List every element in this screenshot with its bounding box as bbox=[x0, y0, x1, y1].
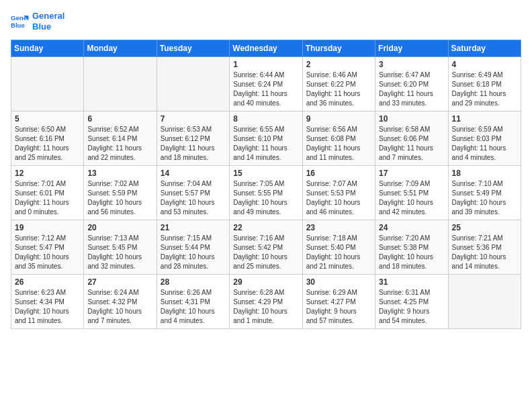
day-number: 14 bbox=[161, 169, 226, 178]
week-row-1: 1Sunrise: 6:44 AM Sunset: 6:24 PM Daylig… bbox=[11, 57, 521, 111]
day-number: 5 bbox=[15, 114, 80, 124]
day-number: 31 bbox=[379, 277, 444, 287]
calendar-cell: 9Sunrise: 6:56 AM Sunset: 6:08 PM Daylig… bbox=[302, 111, 375, 166]
day-number: 20 bbox=[87, 223, 152, 232]
logo-text2: Blue bbox=[32, 21, 64, 32]
day-info: Sunrise: 7:21 AM Sunset: 5:36 PM Dayligh… bbox=[452, 234, 517, 271]
day-number: 6 bbox=[87, 114, 152, 124]
day-number: 25 bbox=[452, 223, 517, 232]
day-number: 13 bbox=[87, 169, 152, 178]
day-number: 27 bbox=[87, 277, 152, 287]
day-info: Sunrise: 6:24 AM Sunset: 4:32 PM Dayligh… bbox=[87, 288, 152, 326]
calendar-cell: 6Sunrise: 6:52 AM Sunset: 6:14 PM Daylig… bbox=[84, 111, 157, 166]
calendar-cell: 27Sunrise: 6:24 AM Sunset: 4:32 PM Dayli… bbox=[84, 275, 157, 329]
day-info: Sunrise: 6:29 AM Sunset: 4:27 PM Dayligh… bbox=[306, 288, 371, 326]
week-row-4: 19Sunrise: 7:12 AM Sunset: 5:47 PM Dayli… bbox=[11, 220, 521, 275]
calendar-cell: 16Sunrise: 7:07 AM Sunset: 5:53 PM Dayli… bbox=[302, 166, 375, 220]
calendar-cell: 2Sunrise: 6:46 AM Sunset: 6:22 PM Daylig… bbox=[302, 57, 375, 111]
day-header-wednesday: Wednesday bbox=[230, 40, 302, 57]
calendar-cell: 30Sunrise: 6:29 AM Sunset: 4:27 PM Dayli… bbox=[302, 275, 375, 329]
calendar-cell: 3Sunrise: 6:47 AM Sunset: 6:20 PM Daylig… bbox=[375, 57, 448, 111]
week-row-2: 5Sunrise: 6:50 AM Sunset: 6:16 PM Daylig… bbox=[11, 111, 521, 166]
day-info: Sunrise: 6:59 AM Sunset: 6:03 PM Dayligh… bbox=[452, 125, 517, 163]
day-number: 22 bbox=[233, 223, 298, 232]
calendar-cell: 4Sunrise: 6:49 AM Sunset: 6:18 PM Daylig… bbox=[448, 57, 521, 111]
day-info: Sunrise: 7:04 AM Sunset: 5:57 PM Dayligh… bbox=[161, 179, 226, 217]
calendar-cell: 24Sunrise: 7:20 AM Sunset: 5:38 PM Dayli… bbox=[375, 220, 448, 275]
day-number: 29 bbox=[233, 277, 298, 287]
calendar-cell: 11Sunrise: 6:59 AM Sunset: 6:03 PM Dayli… bbox=[448, 111, 521, 166]
day-info: Sunrise: 6:28 AM Sunset: 4:29 PM Dayligh… bbox=[233, 288, 298, 326]
calendar-cell: 12Sunrise: 7:01 AM Sunset: 6:01 PM Dayli… bbox=[11, 166, 84, 220]
svg-text:Blue: Blue bbox=[11, 21, 25, 28]
day-number: 15 bbox=[233, 169, 298, 178]
calendar-cell: 14Sunrise: 7:04 AM Sunset: 5:57 PM Dayli… bbox=[157, 166, 229, 220]
day-info: Sunrise: 6:46 AM Sunset: 6:22 PM Dayligh… bbox=[306, 71, 371, 108]
logo: General Blue General Blue bbox=[11, 11, 64, 32]
day-info: Sunrise: 6:58 AM Sunset: 6:06 PM Dayligh… bbox=[379, 125, 444, 163]
day-number: 9 bbox=[306, 114, 371, 124]
day-info: Sunrise: 7:02 AM Sunset: 5:59 PM Dayligh… bbox=[87, 179, 152, 217]
day-number: 28 bbox=[161, 277, 226, 287]
calendar-cell: 15Sunrise: 7:05 AM Sunset: 5:55 PM Dayli… bbox=[230, 166, 302, 220]
calendar-cell: 8Sunrise: 6:55 AM Sunset: 6:10 PM Daylig… bbox=[230, 111, 302, 166]
day-info: Sunrise: 7:09 AM Sunset: 5:51 PM Dayligh… bbox=[379, 179, 444, 217]
calendar-cell: 17Sunrise: 7:09 AM Sunset: 5:51 PM Dayli… bbox=[375, 166, 448, 220]
calendar-cell: 25Sunrise: 7:21 AM Sunset: 5:36 PM Dayli… bbox=[448, 220, 521, 275]
logo-text: General bbox=[32, 11, 64, 21]
day-info: Sunrise: 7:18 AM Sunset: 5:40 PM Dayligh… bbox=[306, 234, 371, 271]
day-info: Sunrise: 7:07 AM Sunset: 5:53 PM Dayligh… bbox=[306, 179, 371, 217]
day-number: 8 bbox=[233, 114, 298, 124]
day-number: 17 bbox=[379, 169, 444, 178]
day-number: 19 bbox=[15, 223, 80, 232]
day-number: 11 bbox=[452, 114, 517, 124]
calendar-cell bbox=[84, 57, 157, 111]
day-number: 23 bbox=[306, 223, 371, 232]
day-header-monday: Monday bbox=[84, 40, 157, 57]
day-number: 10 bbox=[379, 114, 444, 124]
day-header-sunday: Sunday bbox=[11, 40, 84, 57]
day-number: 12 bbox=[15, 169, 80, 178]
day-number: 7 bbox=[161, 114, 226, 124]
week-row-5: 26Sunrise: 6:23 AM Sunset: 4:34 PM Dayli… bbox=[11, 275, 521, 329]
calendar-cell: 7Sunrise: 6:53 AM Sunset: 6:12 PM Daylig… bbox=[157, 111, 229, 166]
day-number: 16 bbox=[306, 169, 371, 178]
calendar-cell: 28Sunrise: 6:26 AM Sunset: 4:31 PM Dayli… bbox=[157, 275, 229, 329]
logo-icon: General Blue bbox=[11, 12, 30, 31]
day-number: 3 bbox=[379, 60, 444, 69]
day-number: 21 bbox=[161, 223, 226, 232]
day-info: Sunrise: 7:15 AM Sunset: 5:44 PM Dayligh… bbox=[161, 234, 226, 271]
day-info: Sunrise: 6:31 AM Sunset: 4:25 PM Dayligh… bbox=[379, 288, 444, 326]
calendar-cell: 22Sunrise: 7:16 AM Sunset: 5:42 PM Dayli… bbox=[230, 220, 302, 275]
calendar-cell bbox=[11, 57, 84, 111]
day-info: Sunrise: 7:16 AM Sunset: 5:42 PM Dayligh… bbox=[233, 234, 298, 271]
day-number: 26 bbox=[15, 277, 80, 287]
day-header-tuesday: Tuesday bbox=[157, 40, 229, 57]
calendar-cell: 20Sunrise: 7:13 AM Sunset: 5:45 PM Dayli… bbox=[84, 220, 157, 275]
day-info: Sunrise: 6:23 AM Sunset: 4:34 PM Dayligh… bbox=[15, 288, 80, 326]
week-row-3: 12Sunrise: 7:01 AM Sunset: 6:01 PM Dayli… bbox=[11, 166, 521, 220]
day-info: Sunrise: 6:26 AM Sunset: 4:31 PM Dayligh… bbox=[161, 288, 226, 326]
calendar-cell: 31Sunrise: 6:31 AM Sunset: 4:25 PM Dayli… bbox=[375, 275, 448, 329]
day-number: 1 bbox=[233, 60, 298, 69]
day-number: 4 bbox=[452, 60, 517, 69]
day-info: Sunrise: 7:01 AM Sunset: 6:01 PM Dayligh… bbox=[15, 179, 80, 217]
day-number: 18 bbox=[452, 169, 517, 178]
calendar-cell: 21Sunrise: 7:15 AM Sunset: 5:44 PM Dayli… bbox=[157, 220, 229, 275]
day-info: Sunrise: 7:20 AM Sunset: 5:38 PM Dayligh… bbox=[379, 234, 444, 271]
day-info: Sunrise: 6:53 AM Sunset: 6:12 PM Dayligh… bbox=[161, 125, 226, 163]
day-info: Sunrise: 6:50 AM Sunset: 6:16 PM Dayligh… bbox=[15, 125, 80, 163]
day-number: 2 bbox=[306, 60, 371, 69]
day-info: Sunrise: 6:44 AM Sunset: 6:24 PM Dayligh… bbox=[233, 71, 298, 108]
day-info: Sunrise: 6:47 AM Sunset: 6:20 PM Dayligh… bbox=[379, 71, 444, 108]
day-info: Sunrise: 6:52 AM Sunset: 6:14 PM Dayligh… bbox=[87, 125, 152, 163]
day-info: Sunrise: 6:49 AM Sunset: 6:18 PM Dayligh… bbox=[452, 71, 517, 108]
calendar-cell: 26Sunrise: 6:23 AM Sunset: 4:34 PM Dayli… bbox=[11, 275, 84, 329]
calendar-cell bbox=[157, 57, 229, 111]
calendar-cell: 18Sunrise: 7:10 AM Sunset: 5:49 PM Dayli… bbox=[448, 166, 521, 220]
calendar-cell: 10Sunrise: 6:58 AM Sunset: 6:06 PM Dayli… bbox=[375, 111, 448, 166]
day-info: Sunrise: 7:13 AM Sunset: 5:45 PM Dayligh… bbox=[87, 234, 152, 271]
calendar-cell: 13Sunrise: 7:02 AM Sunset: 5:59 PM Dayli… bbox=[84, 166, 157, 220]
page-header: General Blue General Blue bbox=[11, 11, 521, 32]
days-header-row: SundayMondayTuesdayWednesdayThursdayFrid… bbox=[11, 40, 521, 57]
